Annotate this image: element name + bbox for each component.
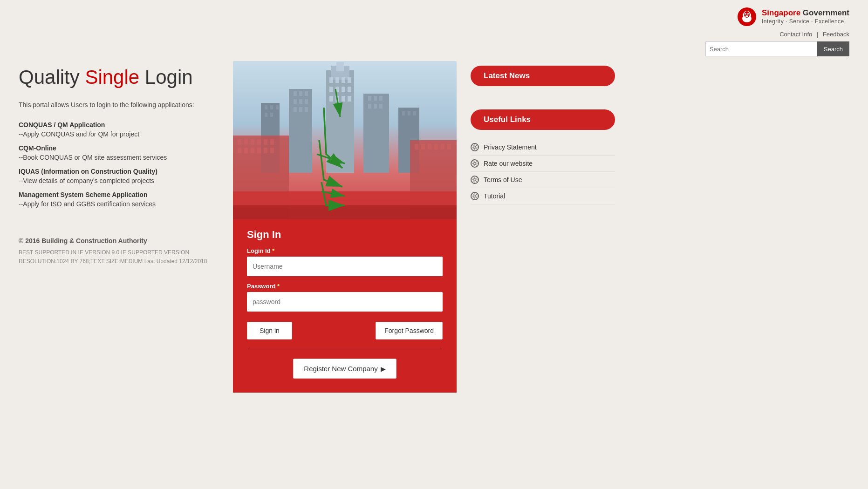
rate-gear-icon (471, 159, 479, 168)
login-card-container: Sign In Login Id * Password * Sign in Fo… (233, 61, 457, 424)
app-desc-2: --View details of company's completed pr… (19, 177, 219, 184)
svg-rect-13 (329, 77, 333, 83)
svg-rect-56 (257, 139, 261, 145)
svg-rect-42 (368, 96, 371, 101)
rate-website-label: Rate our website (484, 160, 533, 167)
svg-rect-53 (238, 139, 241, 145)
terms-of-use-label: Terms of Use (484, 176, 522, 183)
sg-title-government: Government (800, 8, 849, 17)
svg-point-79 (474, 146, 476, 149)
signin-title: Sign In (247, 229, 443, 241)
sg-tagline: Integrity · Service · Excellence (762, 18, 849, 26)
sg-gov-logo: Singapore Government Integrity · Service… (737, 7, 849, 27)
latest-news-section: Latest News (471, 66, 615, 95)
terms-gear-icon (471, 176, 479, 184)
title-highlight: Single (85, 66, 139, 88)
footer-text: © 2016 Building & Construction Authority… (19, 236, 219, 266)
svg-rect-36 (265, 105, 267, 109)
svg-rect-18 (335, 87, 339, 92)
sg-gov-text: Singapore Government Integrity · Service… (762, 8, 849, 26)
tutorial-link[interactable]: Tutorial (471, 188, 615, 204)
app-title-2: IQUAS (Information on Construction Quali… (19, 168, 219, 175)
svg-rect-38 (276, 105, 279, 109)
search-input[interactable] (705, 41, 817, 56)
svg-rect-68 (428, 144, 431, 149)
header: Singapore Government Integrity · Service… (0, 0, 868, 61)
app-item-0: CONQUAS / QM Application --Apply CONQUAS… (19, 121, 219, 138)
main-layout: Quality Single Login This portal allows … (0, 61, 868, 424)
svg-rect-15 (342, 77, 345, 83)
svg-rect-21 (329, 96, 333, 102)
app-title-3: Management System Scheme Application (19, 191, 219, 198)
svg-point-8 (745, 15, 748, 17)
search-button[interactable]: Search (817, 41, 849, 56)
svg-rect-32 (294, 107, 297, 112)
svg-rect-45 (368, 104, 371, 109)
page-title: Quality Single Login (19, 66, 219, 89)
svg-rect-24 (348, 96, 351, 102)
password-label: Password * (247, 283, 443, 290)
svg-point-81 (474, 179, 476, 181)
right-column: Latest News Useful Links Privacy Stateme… (457, 61, 615, 424)
privacy-statement-link[interactable]: Privacy Statement (471, 139, 615, 156)
svg-rect-46 (374, 104, 377, 109)
app-item-3: Management System Scheme Application --A… (19, 191, 219, 208)
svg-rect-58 (270, 139, 274, 145)
contact-info-link[interactable]: Contact Info (779, 31, 812, 38)
privacy-statement-label: Privacy Statement (484, 143, 537, 151)
rate-website-link[interactable]: Rate our website (471, 156, 615, 172)
left-column: Quality Single Login This portal allows … (19, 61, 233, 424)
svg-rect-17 (329, 87, 333, 92)
header-right: Singapore Government Integrity · Service… (705, 7, 849, 56)
forgot-password-button[interactable]: Forgot Password (376, 322, 443, 340)
svg-rect-26 (294, 91, 297, 96)
svg-rect-22 (335, 96, 339, 102)
username-input[interactable] (247, 257, 443, 276)
svg-rect-44 (379, 96, 383, 101)
application-list: CONQUAS / QM Application --Apply CONQUAS… (19, 121, 219, 208)
svg-rect-23 (342, 96, 345, 102)
feedback-link[interactable]: Feedback (823, 31, 849, 38)
svg-rect-40 (270, 113, 273, 117)
svg-rect-63 (264, 148, 267, 153)
app-desc-0: --Apply CONQUAS and /or QM for project (19, 130, 219, 138)
sg-title-singapore: Singapore (762, 8, 800, 17)
header-links: Contact Info | Feedback (779, 31, 849, 38)
support-text: BEST SUPPORTED IN IE VERSION 9.0 IE SUPP… (19, 248, 219, 266)
tutorial-gear-icon (471, 192, 479, 200)
svg-rect-28 (305, 91, 308, 96)
svg-rect-51 (413, 111, 416, 115)
svg-rect-14 (335, 77, 339, 83)
terms-of-use-link[interactable]: Terms of Use (471, 172, 615, 188)
svg-rect-64 (270, 148, 274, 153)
svg-rect-43 (374, 96, 377, 101)
useful-links-section: Useful Links Privacy Statement (471, 109, 615, 204)
svg-rect-62 (257, 148, 261, 153)
app-desc-1: --Book CONQUAS or QM site assessment ser… (19, 154, 219, 161)
tutorial-label: Tutorial (484, 192, 505, 200)
svg-rect-12 (336, 62, 344, 71)
search-bar: Search (705, 41, 849, 56)
register-company-button[interactable]: Register New Company ▶ (293, 359, 396, 379)
svg-rect-54 (244, 139, 248, 145)
signin-button[interactable]: Sign in (247, 322, 292, 340)
form-buttons: Sign in Forgot Password (247, 322, 443, 340)
svg-rect-37 (270, 105, 273, 109)
password-input[interactable] (247, 292, 443, 312)
app-title-1: CQM-Online (19, 144, 219, 152)
svg-point-7 (748, 14, 749, 15)
svg-rect-47 (379, 104, 383, 109)
svg-rect-67 (421, 144, 425, 149)
latest-news-pill: Latest News (471, 66, 615, 86)
login-id-label: Login Id * (247, 247, 443, 254)
title-suffix: Login (139, 66, 192, 88)
svg-rect-30 (299, 99, 302, 104)
svg-rect-27 (299, 91, 302, 96)
svg-rect-49 (402, 111, 405, 115)
svg-rect-71 (447, 144, 451, 149)
useful-links-pill: Useful Links (471, 109, 615, 130)
svg-rect-29 (294, 99, 297, 104)
city-skyline-svg (233, 61, 457, 219)
login-form-area: Sign In Login Id * Password * Sign in Fo… (233, 219, 457, 393)
svg-rect-20 (348, 87, 351, 92)
